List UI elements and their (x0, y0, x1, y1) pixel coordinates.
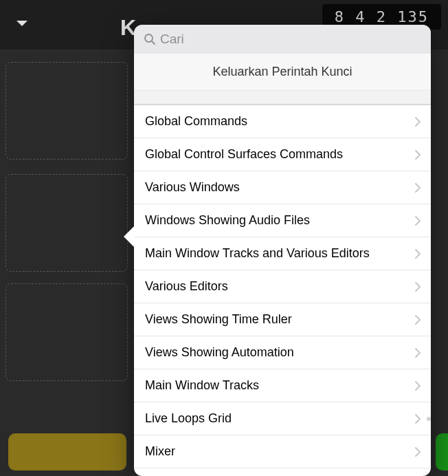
chevron-right-icon (414, 215, 421, 226)
popover-title: Keluarkan Perintah Kunci (134, 54, 431, 91)
empty-cell-2[interactable] (5, 174, 128, 272)
chevron-right-icon (414, 413, 421, 424)
track-button-yellow[interactable] (8, 433, 126, 470)
menu-item-various-editors[interactable]: Various Editors (134, 270, 431, 303)
chevron-right-icon (414, 446, 421, 457)
menu-item-main-window-tracks[interactable]: Main Window Tracks (134, 369, 431, 402)
search-icon (144, 33, 156, 45)
menu-list: Global Commands Global Control Surfaces … (134, 105, 431, 468)
search-input[interactable] (160, 32, 421, 47)
menu-item-label: Various Editors (145, 279, 228, 294)
menu-item-label: Views Showing Automation (145, 345, 294, 360)
menu-item-label: Windows Showing Audio Files (145, 213, 310, 228)
svg-point-0 (145, 34, 153, 42)
menu-item-views-time-ruler[interactable]: Views Showing Time Ruler (134, 303, 431, 336)
svg-line-1 (152, 41, 155, 44)
menu-item-mixer[interactable]: Mixer (134, 435, 431, 468)
dropdown-arrow-icon[interactable] (15, 19, 29, 31)
menu-item-label: Live Loops Grid (145, 411, 232, 426)
header-spacer (134, 91, 431, 105)
menu-item-label: Mixer (145, 444, 175, 459)
chevron-right-icon (414, 182, 421, 193)
menu-item-label: Various Windows (145, 180, 240, 195)
chevron-right-icon (414, 149, 421, 160)
menu-item-global-commands[interactable]: Global Commands (134, 105, 431, 138)
popover-pointer (124, 226, 135, 248)
menu-item-main-window-tracks-editors[interactable]: Main Window Tracks and Various Editors (134, 237, 431, 270)
menu-item-label: Global Commands (145, 114, 247, 129)
chevron-right-icon (414, 347, 421, 358)
menu-item-label: Global Control Surfaces Commands (145, 147, 343, 162)
chevron-right-icon (414, 248, 421, 259)
menu-item-views-automation[interactable]: Views Showing Automation (134, 336, 431, 369)
chevron-right-icon (414, 281, 421, 292)
search-bar[interactable] (134, 25, 431, 54)
menu-item-label: Main Window Tracks and Various Editors (145, 246, 370, 261)
empty-cell-1[interactable] (5, 62, 128, 160)
menu-item-various-windows[interactable]: Various Windows (134, 171, 431, 204)
empty-cell-3[interactable] (5, 283, 128, 381)
menu-item-global-control-surfaces[interactable]: Global Control Surfaces Commands (134, 138, 431, 171)
popover-header-section: Keluarkan Perintah Kunci (134, 54, 431, 105)
menu-item-live-loops-grid[interactable]: Live Loops Grid (134, 402, 431, 435)
key-commands-popover: Keluarkan Perintah Kunci Global Commands… (134, 25, 431, 476)
chevron-right-icon (414, 116, 421, 127)
scroll-indicator[interactable] (427, 417, 431, 421)
track-button-green[interactable] (436, 433, 448, 470)
menu-item-windows-audio-files[interactable]: Windows Showing Audio Files (134, 204, 431, 237)
chevron-right-icon (414, 380, 421, 391)
menu-item-label: Main Window Tracks (145, 378, 259, 393)
chevron-right-icon (414, 314, 421, 325)
menu-item-label: Views Showing Time Ruler (145, 312, 292, 327)
